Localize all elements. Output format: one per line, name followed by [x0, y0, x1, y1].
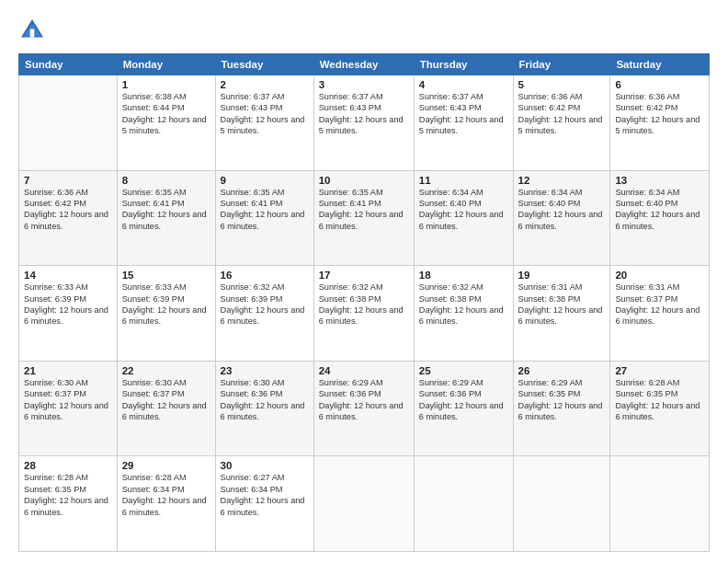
calendar-cell: 18Sunrise: 6:32 AM Sunset: 6:38 PM Dayli…: [414, 266, 513, 362]
calendar-cell: 23Sunrise: 6:30 AM Sunset: 6:36 PM Dayli…: [215, 361, 313, 456]
calendar-cell: 22Sunrise: 6:30 AM Sunset: 6:37 PM Dayli…: [117, 361, 215, 456]
day-number: 17: [319, 270, 409, 281]
day-info: Sunrise: 6:36 AM Sunset: 6:42 PM Dayligh…: [24, 187, 112, 233]
day-number: 26: [518, 365, 606, 376]
day-number: 16: [221, 270, 309, 281]
calendar-cell: 6Sunrise: 6:36 AM Sunset: 6:42 PM Daylig…: [610, 75, 710, 171]
calendar-cell: 3Sunrise: 6:37 AM Sunset: 6:43 PM Daylig…: [313, 75, 414, 171]
day-number: 8: [122, 175, 210, 186]
day-info: Sunrise: 6:29 AM Sunset: 6:36 PM Dayligh…: [319, 377, 409, 423]
calendar-header-tuesday: Tuesday: [215, 54, 313, 75]
day-number: 13: [615, 175, 704, 186]
day-number: 1: [122, 79, 210, 90]
day-info: Sunrise: 6:28 AM Sunset: 6:34 PM Dayligh…: [122, 472, 210, 518]
day-info: Sunrise: 6:33 AM Sunset: 6:39 PM Dayligh…: [122, 282, 210, 327]
calendar-week-3: 21Sunrise: 6:30 AM Sunset: 6:37 PM Dayli…: [19, 361, 710, 456]
calendar-header-friday: Friday: [513, 54, 610, 75]
calendar-cell: 12Sunrise: 6:34 AM Sunset: 6:40 PM Dayli…: [513, 170, 610, 266]
page: SundayMondayTuesdayWednesdayThursdayFrid…: [0, 0, 728, 563]
day-number: 23: [221, 365, 309, 376]
day-info: Sunrise: 6:36 AM Sunset: 6:42 PM Dayligh…: [615, 91, 704, 137]
calendar-cell: 29Sunrise: 6:28 AM Sunset: 6:34 PM Dayli…: [117, 456, 215, 552]
calendar-header-row: SundayMondayTuesdayWednesdayThursdayFrid…: [19, 54, 710, 75]
day-info: Sunrise: 6:37 AM Sunset: 6:43 PM Dayligh…: [221, 91, 309, 137]
calendar-cell: 8Sunrise: 6:35 AM Sunset: 6:41 PM Daylig…: [117, 170, 215, 266]
calendar-week-2: 14Sunrise: 6:33 AM Sunset: 6:39 PM Dayli…: [19, 266, 710, 362]
day-number: 4: [419, 79, 508, 90]
day-number: 5: [518, 79, 606, 90]
calendar-cell: 14Sunrise: 6:33 AM Sunset: 6:39 PM Dayli…: [19, 266, 118, 362]
calendar: SundayMondayTuesdayWednesdayThursdayFrid…: [18, 53, 710, 552]
day-info: Sunrise: 6:28 AM Sunset: 6:35 PM Dayligh…: [615, 377, 704, 423]
day-info: Sunrise: 6:34 AM Sunset: 6:40 PM Dayligh…: [615, 187, 704, 233]
calendar-week-4: 28Sunrise: 6:28 AM Sunset: 6:35 PM Dayli…: [19, 456, 710, 552]
day-number: 10: [319, 175, 409, 186]
calendar-cell: 26Sunrise: 6:29 AM Sunset: 6:35 PM Dayli…: [513, 361, 610, 456]
day-number: 9: [221, 175, 309, 186]
calendar-cell: 1Sunrise: 6:38 AM Sunset: 6:44 PM Daylig…: [117, 75, 215, 171]
day-info: Sunrise: 6:37 AM Sunset: 6:43 PM Dayligh…: [419, 91, 508, 137]
day-number: 15: [122, 270, 210, 281]
calendar-cell: 5Sunrise: 6:36 AM Sunset: 6:42 PM Daylig…: [513, 75, 610, 171]
day-info: Sunrise: 6:31 AM Sunset: 6:37 PM Dayligh…: [615, 282, 704, 327]
calendar-cell: 4Sunrise: 6:37 AM Sunset: 6:43 PM Daylig…: [414, 75, 513, 171]
calendar-cell: 7Sunrise: 6:36 AM Sunset: 6:42 PM Daylig…: [19, 170, 118, 266]
calendar-cell: 11Sunrise: 6:34 AM Sunset: 6:40 PM Dayli…: [414, 170, 513, 266]
day-info: Sunrise: 6:28 AM Sunset: 6:35 PM Dayligh…: [24, 472, 112, 518]
day-number: 21: [24, 365, 112, 376]
calendar-header-monday: Monday: [117, 54, 215, 75]
logo-icon: [18, 17, 46, 44]
calendar-cell: 16Sunrise: 6:32 AM Sunset: 6:39 PM Dayli…: [215, 266, 313, 362]
day-info: Sunrise: 6:38 AM Sunset: 6:44 PM Dayligh…: [122, 91, 210, 137]
day-number: 6: [615, 79, 704, 90]
day-number: 7: [24, 175, 112, 186]
day-info: Sunrise: 6:35 AM Sunset: 6:41 PM Dayligh…: [319, 187, 409, 233]
day-info: Sunrise: 6:34 AM Sunset: 6:40 PM Dayligh…: [419, 187, 508, 233]
day-info: Sunrise: 6:31 AM Sunset: 6:38 PM Dayligh…: [518, 282, 606, 327]
day-info: Sunrise: 6:34 AM Sunset: 6:40 PM Dayligh…: [518, 187, 606, 233]
day-number: 25: [419, 365, 508, 376]
calendar-cell: 13Sunrise: 6:34 AM Sunset: 6:40 PM Dayli…: [610, 170, 710, 266]
day-info: Sunrise: 6:35 AM Sunset: 6:41 PM Dayligh…: [122, 187, 210, 233]
calendar-cell: 25Sunrise: 6:29 AM Sunset: 6:36 PM Dayli…: [414, 361, 513, 456]
day-number: 14: [24, 270, 112, 281]
day-info: Sunrise: 6:29 AM Sunset: 6:35 PM Dayligh…: [518, 377, 606, 423]
day-number: 24: [319, 365, 409, 376]
calendar-cell: 15Sunrise: 6:33 AM Sunset: 6:39 PM Dayli…: [117, 266, 215, 362]
day-info: Sunrise: 6:36 AM Sunset: 6:42 PM Dayligh…: [518, 91, 606, 137]
day-number: 29: [122, 460, 210, 471]
day-number: 18: [419, 270, 508, 281]
day-number: 12: [518, 175, 606, 186]
header: [18, 17, 710, 44]
calendar-cell: [610, 456, 710, 552]
day-number: 3: [319, 79, 409, 90]
day-info: Sunrise: 6:30 AM Sunset: 6:37 PM Dayligh…: [24, 377, 112, 423]
day-info: Sunrise: 6:35 AM Sunset: 6:41 PM Dayligh…: [221, 187, 309, 233]
day-number: 27: [615, 365, 704, 376]
calendar-week-0: 1Sunrise: 6:38 AM Sunset: 6:44 PM Daylig…: [19, 75, 710, 171]
calendar-cell: 27Sunrise: 6:28 AM Sunset: 6:35 PM Dayli…: [610, 361, 710, 456]
svg-rect-2: [30, 29, 35, 38]
calendar-cell: 19Sunrise: 6:31 AM Sunset: 6:38 PM Dayli…: [513, 266, 610, 362]
day-info: Sunrise: 6:29 AM Sunset: 6:36 PM Dayligh…: [419, 377, 508, 423]
calendar-cell: 2Sunrise: 6:37 AM Sunset: 6:43 PM Daylig…: [215, 75, 313, 171]
logo: [18, 17, 50, 44]
calendar-cell: 21Sunrise: 6:30 AM Sunset: 6:37 PM Dayli…: [19, 361, 118, 456]
day-number: 2: [221, 79, 309, 90]
day-number: 30: [221, 460, 309, 471]
calendar-cell: [19, 75, 118, 171]
calendar-cell: [313, 456, 414, 552]
calendar-header-thursday: Thursday: [414, 54, 513, 75]
day-info: Sunrise: 6:27 AM Sunset: 6:34 PM Dayligh…: [221, 472, 309, 518]
calendar-cell: 9Sunrise: 6:35 AM Sunset: 6:41 PM Daylig…: [215, 170, 313, 266]
day-info: Sunrise: 6:32 AM Sunset: 6:38 PM Dayligh…: [319, 282, 409, 327]
calendar-header-saturday: Saturday: [610, 54, 710, 75]
day-number: 22: [122, 365, 210, 376]
calendar-header-wednesday: Wednesday: [313, 54, 414, 75]
day-number: 11: [419, 175, 508, 186]
day-info: Sunrise: 6:33 AM Sunset: 6:39 PM Dayligh…: [24, 282, 112, 327]
day-info: Sunrise: 6:37 AM Sunset: 6:43 PM Dayligh…: [319, 91, 409, 137]
calendar-cell: 30Sunrise: 6:27 AM Sunset: 6:34 PM Dayli…: [215, 456, 313, 552]
calendar-header-sunday: Sunday: [19, 54, 118, 75]
day-number: 19: [518, 270, 606, 281]
